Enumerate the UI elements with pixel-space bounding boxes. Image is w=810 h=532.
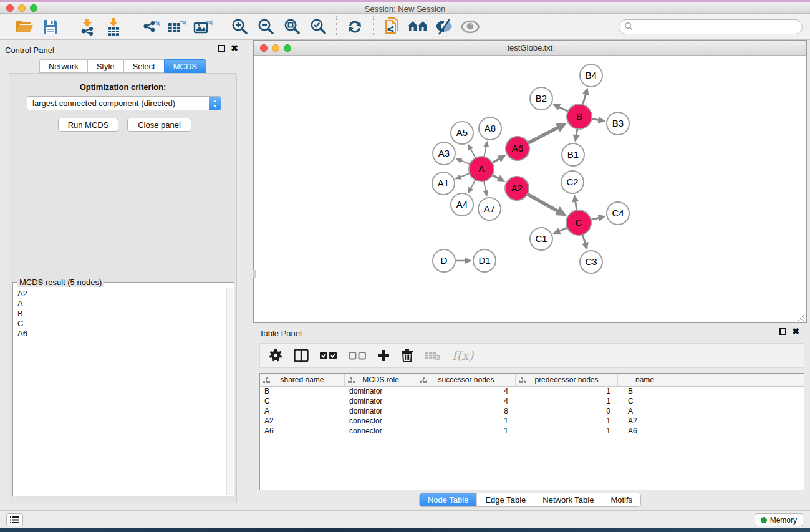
edge-B-B3[interactable] <box>592 118 599 120</box>
edge-C-C1[interactable] <box>559 228 567 231</box>
edge-C-C4[interactable] <box>591 218 599 220</box>
cell-predecessor-nodes[interactable]: 1 <box>516 397 618 407</box>
show-hide-panel-icon[interactable] <box>460 17 481 37</box>
search-input[interactable] <box>634 21 802 33</box>
tab-node-table[interactable]: Node Table <box>420 493 478 506</box>
criterion-select[interactable]: largest connected component (directed) ▲… <box>27 96 221 110</box>
column-header-name[interactable]: name <box>618 374 672 386</box>
tab-select[interactable]: Select <box>123 59 164 73</box>
import-table-icon[interactable] <box>103 17 124 37</box>
cell-shared-name[interactable]: A2 <box>260 417 345 427</box>
zoom-in-icon[interactable] <box>229 17 250 37</box>
import-network-icon[interactable] <box>77 17 98 37</box>
edge-A6-B[interactable] <box>528 127 558 143</box>
network-view-titlebar[interactable]: testGlobe.txt <box>254 41 806 56</box>
close-panel-icon[interactable]: ✖ <box>231 45 238 52</box>
deselect-all-columns-icon[interactable] <box>349 346 366 365</box>
cell-MCDS-role[interactable]: dominator <box>345 387 417 397</box>
export-image-icon[interactable] <box>192 17 213 37</box>
mcds-result-item[interactable]: A2 <box>17 289 227 299</box>
resize-grip-icon[interactable] <box>798 314 805 321</box>
mcds-result-item[interactable]: A <box>17 299 227 309</box>
hide-graphics-details-icon[interactable] <box>433 17 455 37</box>
add-column-icon[interactable] <box>377 346 390 365</box>
zoom-selected-icon[interactable] <box>307 17 329 37</box>
cell-successor-nodes[interactable]: 4 <box>417 397 516 407</box>
edge-C-C2[interactable] <box>576 201 577 211</box>
float-table-panel-icon[interactable] <box>779 328 786 335</box>
edge-A-A6[interactable] <box>492 158 499 163</box>
cell-name[interactable]: A <box>618 407 672 417</box>
refresh-icon[interactable] <box>344 17 365 37</box>
cell-predecessor-nodes[interactable]: 1 <box>516 417 618 427</box>
table-row[interactable]: Bdominator41B <box>260 387 804 397</box>
edge-B-B2[interactable] <box>559 107 568 111</box>
mcds-result-item[interactable]: B <box>17 309 227 319</box>
mcds-result-scrollbar[interactable] <box>226 288 233 495</box>
table-row[interactable]: Cdominator41C <box>260 397 804 407</box>
edge-A-A5[interactable] <box>471 149 476 158</box>
frame-resize-handle[interactable] <box>253 270 256 278</box>
cell-successor-nodes[interactable]: 8 <box>417 407 516 417</box>
cell-predecessor-nodes[interactable]: 1 <box>516 427 618 437</box>
float-panel-icon[interactable] <box>218 45 225 52</box>
cell-shared-name[interactable]: B <box>260 387 345 397</box>
save-session-icon[interactable] <box>40 17 61 37</box>
panel-splitter[interactable] <box>246 40 253 510</box>
edge-A2-C[interactable] <box>528 194 558 211</box>
tab-edge-table[interactable]: Edge Table <box>477 493 534 506</box>
cell-shared-name[interactable]: C <box>260 397 345 407</box>
zoom-fit-icon[interactable] <box>281 17 302 37</box>
edge-A-A7[interactable] <box>484 181 486 191</box>
select-all-columns-icon[interactable] <box>320 346 337 365</box>
table-settings-gear-icon[interactable] <box>269 346 282 365</box>
cell-name[interactable]: B <box>618 387 672 397</box>
cell-MCDS-role[interactable]: connector <box>345 427 417 437</box>
table-row[interactable]: A6connector11A6 <box>260 427 804 437</box>
memory-button[interactable]: Memory <box>755 513 803 526</box>
export-table-icon[interactable] <box>166 17 187 37</box>
edge-B-B1[interactable] <box>576 129 577 136</box>
cell-successor-nodes[interactable]: 4 <box>417 387 516 397</box>
export-network-icon[interactable] <box>140 17 161 37</box>
edge-C-C3[interactable] <box>582 235 586 243</box>
mcds-result-list[interactable]: A2ABCA6 <box>14 288 227 495</box>
tab-network[interactable]: Network <box>39 59 87 73</box>
function-builder-icon[interactable]: f(x) <box>452 346 473 365</box>
delete-column-icon[interactable] <box>401 346 413 365</box>
zoom-out-icon[interactable] <box>255 17 276 37</box>
tab-mcds[interactable]: MCDS <box>164 59 206 73</box>
column-header-predecessor-nodes[interactable]: predecessor nodes <box>516 374 618 386</box>
network-canvas[interactable]: B4B2BB3A8A5A6B1A3AC2A1A2A4A7C4CC1C3DD1 <box>254 56 806 322</box>
edge-A-A8[interactable] <box>484 146 486 157</box>
clone-network-icon[interactable] <box>381 17 402 37</box>
cell-name[interactable]: A6 <box>618 427 672 437</box>
mcds-result-item[interactable]: A6 <box>17 329 227 339</box>
open-browser-icon[interactable] <box>407 17 428 37</box>
column-header-successor-nodes[interactable]: successor nodes <box>417 374 516 386</box>
edge-A-A3[interactable] <box>461 160 470 164</box>
cell-shared-name[interactable]: A <box>260 407 345 417</box>
tab-network-table[interactable]: Network Table <box>534 493 602 506</box>
column-panel-icon[interactable] <box>294 346 309 365</box>
edge-A-A1[interactable] <box>460 173 470 177</box>
cell-predecessor-nodes[interactable]: 0 <box>516 407 618 417</box>
cell-MCDS-role[interactable]: connector <box>345 417 417 427</box>
mcds-result-item[interactable]: C <box>17 319 227 329</box>
close-panel-button[interactable]: Close panel <box>127 118 191 132</box>
table-row[interactable]: Adominator80A <box>260 407 804 417</box>
task-history-button[interactable] <box>6 513 23 526</box>
cell-name[interactable]: C <box>618 397 672 407</box>
column-header-shared-name[interactable]: shared name <box>260 374 345 386</box>
column-header-MCDS-role[interactable]: MCDS role <box>345 374 417 386</box>
edge-A-A2[interactable] <box>493 175 499 179</box>
cell-name[interactable]: A2 <box>618 417 672 427</box>
table-row[interactable]: A2connector11A2 <box>260 417 804 427</box>
delete-table-icon[interactable] <box>425 346 441 365</box>
run-mcds-button[interactable]: Run MCDS <box>58 118 118 132</box>
cell-MCDS-role[interactable]: dominator <box>345 407 417 417</box>
cell-shared-name[interactable]: A6 <box>260 427 345 437</box>
cell-predecessor-nodes[interactable]: 1 <box>516 387 618 397</box>
tab-style[interactable]: Style <box>87 59 123 73</box>
edge-A-A4[interactable] <box>471 180 476 189</box>
